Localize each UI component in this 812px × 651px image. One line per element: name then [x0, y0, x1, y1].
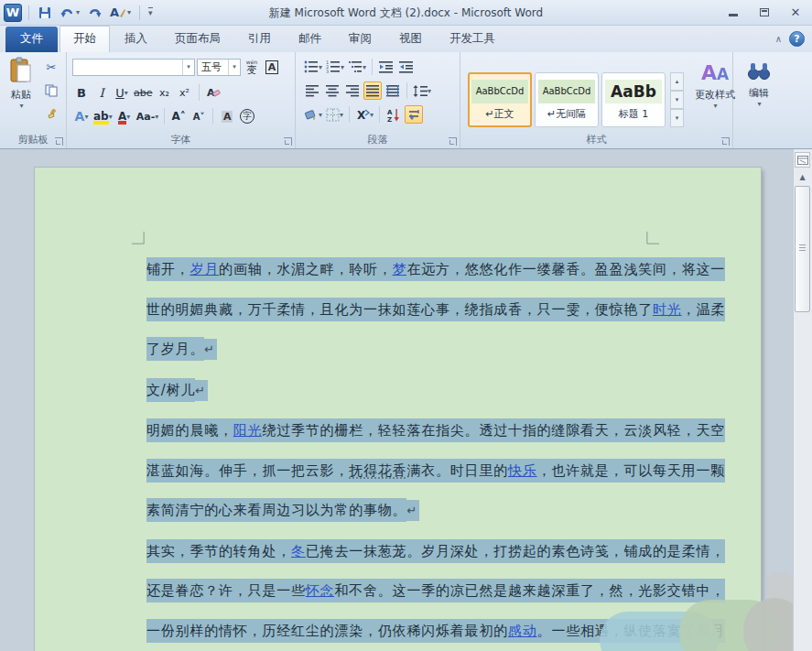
multilevel-dropdown-icon[interactable]: ▾ — [363, 63, 366, 71]
line-spacing-dropdown-icon[interactable]: ▾ — [428, 87, 431, 95]
clipboard-dialog-launcher[interactable] — [55, 137, 63, 146]
grow-font-button[interactable]: A˄ — [169, 107, 188, 125]
copy-button[interactable] — [42, 81, 60, 100]
hyperlink-text[interactable]: 怀念 — [306, 579, 335, 602]
enclose-characters-button[interactable]: 字 — [238, 107, 256, 125]
close-button[interactable]: ✕ — [786, 5, 805, 19]
shading-dropdown-icon[interactable]: ▾ — [319, 111, 322, 119]
text-line[interactable]: 湛蓝如海。伸手，抓一把云影，抚得花香满衣。时日里的快乐，也许就是，可以每天用一颗 — [146, 458, 696, 483]
text-line[interactable]: 铺开，岁月的画轴，水湄之畔，聆听，梦在远方，悠悠化作一缕馨香。盈盈浅笑间，将这一 — [146, 256, 696, 282]
change-case-dropdown-icon[interactable]: ▾ — [155, 113, 158, 121]
italic-button[interactable]: I — [92, 83, 111, 102]
style-heading1[interactable]: AaBb标题 1 — [601, 72, 666, 127]
font-dialog-launcher[interactable] — [284, 137, 292, 146]
numbering-button[interactable]: 123 ▾ — [325, 58, 345, 76]
tab-review[interactable]: 审阅 — [336, 27, 384, 52]
sort-button[interactable]: A Z — [384, 105, 403, 124]
style-normal[interactable]: AaBbCcDd↵正文 — [468, 72, 532, 127]
strikethrough-button[interactable]: abe — [133, 83, 154, 102]
tab-file[interactable]: 文件 — [5, 27, 58, 52]
phonetic-guide-button[interactable]: wén变 — [243, 58, 261, 76]
hyperlink-text[interactable]: 时光 — [653, 298, 682, 321]
text-highlight-button[interactable]: ab▾ — [92, 107, 114, 125]
scrollbar-thumb[interactable] — [795, 186, 810, 312]
borders-dropdown-icon[interactable]: ▾ — [340, 111, 343, 119]
shading-button[interactable]: ▾ — [303, 105, 323, 124]
text-line[interactable]: 世的明媚典藏，万千柔情，且化为一抹如莲心事，绕指成香，只一雯，便惊艳了时光，温柔 — [146, 297, 696, 322]
text-line[interactable]: 其实，季节的转角处，冬已掩去一抹葱茏。岁月深处，打捞起的素色诗笺，铺成的是柔情， — [146, 538, 696, 564]
asian-layout-dropdown-icon[interactable]: ▾ — [370, 111, 374, 119]
tab-developer[interactable]: 开发工具 — [437, 27, 508, 52]
text-line[interactable]: 素简清宁的心来看周边习以为常的事物。↵ — [146, 497, 696, 524]
tab-mailings[interactable]: 邮件 — [286, 27, 334, 52]
font-name-combobox[interactable]: ▾ — [72, 59, 195, 76]
change-styles-dropdown-icon[interactable]: ▾ — [713, 102, 717, 110]
gallery-up-button[interactable]: ▴ — [670, 72, 684, 91]
font-color-button[interactable]: A▾ — [115, 107, 134, 125]
hyperlink-text[interactable]: 冬 — [291, 539, 306, 563]
minimize-button[interactable] — [724, 5, 742, 19]
change-case-button[interactable]: Aa-▾ — [135, 107, 160, 125]
editing-button[interactable]: 编辑 ▾ — [735, 56, 783, 140]
change-styles-button[interactable]: AA 更改样式 ▾ — [691, 58, 739, 142]
font-size-dropdown-icon[interactable]: ▾ — [228, 60, 240, 75]
font-color-dropdown-icon[interactable]: ▾ — [126, 113, 130, 121]
shrink-font-button[interactable]: A˅ — [189, 107, 208, 125]
paragraph-dialog-launcher[interactable] — [449, 137, 457, 146]
minimize-ribbon-button[interactable]: ∧ — [775, 34, 782, 44]
save-button[interactable] — [36, 4, 54, 22]
character-border-button[interactable]: A — [263, 58, 281, 76]
bullets-button[interactable]: ▾ — [303, 58, 323, 76]
borders-button[interactable]: ▾ — [325, 105, 344, 124]
justify-button[interactable] — [363, 81, 382, 100]
hyperlink-text[interactable]: 阳光 — [233, 418, 263, 442]
text-line[interactable]: 还是眷恋？许，只是一些怀念和不舍。这一季的凉已然是越来越深重了，然，光影交错中， — [146, 578, 696, 603]
tab-view[interactable]: 视图 — [386, 27, 435, 52]
font-size-combobox[interactable]: 五号 ▾ — [197, 59, 241, 76]
numbering-dropdown-icon[interactable]: ▾ — [341, 63, 344, 71]
font-name-dropdown-icon[interactable]: ▾ — [182, 60, 194, 75]
scroll-up-button[interactable]: ▲ — [795, 170, 810, 184]
highlight-dropdown-icon[interactable]: ▾ — [109, 113, 113, 121]
word-logo-icon[interactable]: W — [4, 4, 22, 22]
text-line[interactable]: 明媚的晨曦，阳光绕过季节的栅栏，轻轻落在指尖。透过十指的缝隙看天，云淡风轻，天空 — [146, 418, 696, 443]
quick-style-button[interactable]: A ▾ — [108, 4, 133, 22]
asian-layout-button[interactable]: X ▾ — [354, 105, 374, 124]
tab-page-layout[interactable]: 页面布局 — [162, 27, 233, 52]
paste-dropdown-icon[interactable]: ▾ — [19, 102, 23, 110]
multilevel-list-button[interactable]: ▾ — [347, 58, 367, 76]
bold-button[interactable]: B — [72, 83, 91, 102]
help-button[interactable]: ? — [789, 31, 805, 47]
bullets-dropdown-icon[interactable]: ▾ — [319, 63, 322, 71]
clear-formatting-button[interactable]: A — [204, 83, 222, 102]
gallery-down-button[interactable]: ▾ — [670, 91, 684, 109]
text-line[interactable]: 了岁月。↵ — [146, 336, 696, 363]
undo-dropdown-icon[interactable]: ▾ — [76, 8, 80, 16]
text-line[interactable]: 文/树儿↵ — [146, 377, 696, 404]
text-effects-button[interactable]: A▾ — [72, 107, 91, 125]
redo-button[interactable] — [86, 4, 103, 22]
qat-customize-button[interactable]: ▾ — [146, 4, 155, 22]
underline-dropdown-icon[interactable]: ▾ — [125, 89, 128, 97]
ruler-toggle-button[interactable] — [795, 152, 810, 168]
paste-button[interactable]: 粘贴 ▾ — [5, 57, 38, 141]
restore-button[interactable] — [755, 5, 774, 19]
undo-button[interactable]: ▾ — [59, 4, 81, 22]
align-left-button[interactable] — [303, 81, 321, 100]
underline-button[interactable]: U▾ — [113, 83, 131, 102]
text-effects-dropdown-icon[interactable]: ▾ — [84, 113, 88, 121]
hyperlink-text[interactable]: 感动 — [508, 619, 537, 643]
editing-dropdown-icon[interactable]: ▾ — [757, 100, 761, 108]
document-page[interactable]: 铺开，岁月的画轴，水湄之畔，聆听，梦在远方，悠悠化作一缕馨香。盈盈浅笑间，将这一… — [35, 168, 761, 651]
format-painter-button[interactable] — [42, 105, 60, 124]
show-hide-marks-button[interactable] — [405, 105, 423, 124]
hyperlink-text[interactable]: 岁月 — [189, 257, 219, 281]
increase-indent-button[interactable] — [397, 58, 416, 76]
gallery-more-button[interactable]: ▾ — [670, 109, 684, 127]
distribute-button[interactable] — [384, 81, 402, 100]
tab-home[interactable]: 开始 — [60, 26, 110, 52]
decrease-indent-button[interactable] — [377, 58, 395, 76]
subscript-button[interactable]: x₂ — [156, 83, 174, 102]
cut-button[interactable]: ✂ — [42, 58, 60, 76]
quick-style-dropdown-icon[interactable]: ▾ — [127, 8, 131, 16]
